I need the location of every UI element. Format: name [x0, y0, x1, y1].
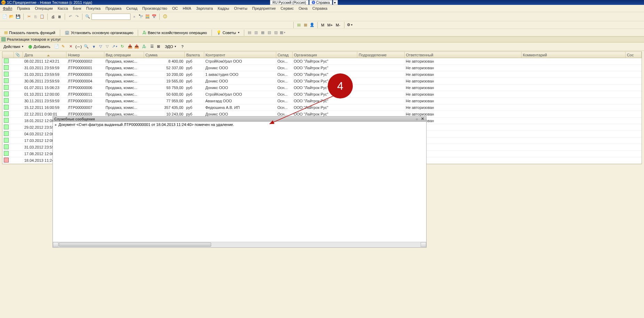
- set-org-button[interactable]: 🏢Установить основную организацию: [63, 30, 136, 35]
- related-icon[interactable]: ⊞: [156, 44, 161, 49]
- table-row[interactable]: 30.11.2011 23:59:59ЛТР00000010Продажа, к…: [2, 98, 642, 104]
- col-icon2[interactable]: 📎: [14, 52, 23, 58]
- goto-icon[interactable]: ↗▾: [112, 44, 118, 49]
- calendar-icon[interactable]: 📅: [151, 14, 157, 19]
- edo-button[interactable]: ЭДО▾: [164, 44, 178, 49]
- list-icon[interactable]: ▤: [296, 22, 302, 28]
- redo-icon[interactable]: ↷: [74, 14, 80, 19]
- show-panel-button[interactable]: ▤Показать панель функций: [2, 30, 57, 35]
- menu-purchase[interactable]: Покупка: [85, 6, 102, 11]
- actions-button[interactable]: Действия▾: [2, 44, 25, 49]
- cut-icon[interactable]: ✂: [26, 14, 32, 19]
- copy-icon[interactable]: ⎘: [33, 14, 38, 19]
- menu-bank[interactable]: Банк: [71, 6, 82, 11]
- table-row[interactable]: 01.07.2011 15:06:23ЛТР00000006Продажа, к…: [2, 85, 642, 91]
- delete-icon[interactable]: ✕: [68, 44, 74, 49]
- scroll-left-icon[interactable]: [53, 242, 58, 247]
- messages-titlebar[interactable]: Служебные сообщения ○ ✕: [53, 117, 426, 122]
- menu-os[interactable]: ОС: [171, 6, 180, 11]
- menu-file[interactable]: Файл: [1, 6, 14, 11]
- filter-off-icon[interactable]: ▽: [104, 44, 110, 49]
- edit-icon[interactable]: ✎: [61, 44, 66, 49]
- grid-icon[interactable]: ▦: [303, 22, 308, 28]
- menu-warehouse[interactable]: Склад: [125, 6, 139, 11]
- table-header[interactable]: 📎 Дата Номер Вид операции Сумма Валюта К…: [2, 52, 642, 58]
- preview-icon[interactable]: 🗎: [57, 14, 62, 19]
- col-comment[interactable]: Комментарий: [521, 52, 625, 58]
- table-row[interactable]: 15.12.2011 16:00:59ЛТР00000007Продажа, к…: [2, 104, 642, 111]
- info-icon[interactable]: ⓘ: [162, 14, 168, 19]
- titlebar-dropdown[interactable]: ▾: [333, 0, 338, 5]
- refresh-icon[interactable]: ↻: [120, 44, 125, 49]
- paste-icon[interactable]: 📋: [39, 14, 45, 19]
- post-icon[interactable]: 📥: [127, 44, 133, 49]
- m-button[interactable]: M: [320, 22, 326, 28]
- m-plus-button[interactable]: M+: [327, 22, 334, 28]
- scroll-right-icon[interactable]: [421, 242, 426, 247]
- settings-dropdown-icon[interactable]: ⚙▾: [347, 22, 352, 28]
- menu-nma[interactable]: НМА: [181, 6, 192, 11]
- report1-icon[interactable]: ▤: [247, 30, 252, 35]
- lang-button[interactable]: RU Русский (Россия): [270, 0, 309, 5]
- search-binoculars-icon[interactable]: 🔭: [138, 14, 144, 19]
- scroll-thumb[interactable]: [59, 243, 211, 247]
- filter1-icon[interactable]: ▼: [91, 44, 97, 49]
- col-organization[interactable]: Организация: [292, 52, 357, 58]
- menu-service[interactable]: Сервис: [279, 6, 295, 11]
- menu-sale[interactable]: Продажа: [104, 6, 123, 11]
- report5-icon[interactable]: ▨: [273, 30, 279, 35]
- col-operation[interactable]: Вид операции: [104, 52, 144, 58]
- search-input[interactable]: [92, 14, 130, 20]
- col-number[interactable]: Номер: [66, 52, 104, 58]
- filter2-icon[interactable]: ▽: [98, 44, 103, 49]
- advice-button[interactable]: 💡Советы▾: [214, 30, 241, 35]
- user-icon[interactable]: 👤: [309, 22, 315, 28]
- unpost-icon[interactable]: 📤: [134, 44, 140, 49]
- table-row[interactable]: 08.02.2011 12:43:21ЛТР00000002Продажа, к…: [2, 58, 642, 65]
- menu-windows[interactable]: Окна: [297, 6, 309, 11]
- col-date[interactable]: Дата: [23, 52, 66, 58]
- menu-cash[interactable]: Касса: [56, 6, 70, 11]
- table-row[interactable]: 01.10.2011 12:00:00ЛТР00000011Продажа, к…: [2, 91, 642, 98]
- open-icon[interactable]: 📂: [9, 14, 14, 19]
- report2-icon[interactable]: ▥: [253, 30, 259, 35]
- col-currency[interactable]: Валюта: [185, 52, 204, 58]
- m-minus-button[interactable]: M-: [335, 22, 342, 28]
- table-row[interactable]: 31.03.2011 23:59:59ЛТР00000003Продажа, к…: [2, 71, 642, 78]
- menu-salary[interactable]: Зарплата: [195, 6, 214, 11]
- col-sum[interactable]: Сумма: [144, 52, 185, 58]
- interval-icon[interactable]: (↔): [76, 44, 81, 49]
- menu-hr[interactable]: Кадры: [216, 6, 231, 11]
- save-icon[interactable]: 💾: [15, 14, 21, 19]
- close-icon[interactable]: ✕: [420, 117, 426, 121]
- messages-scrollbar[interactable]: [53, 242, 426, 247]
- menu-operations[interactable]: Операции: [33, 6, 54, 11]
- report4-icon[interactable]: ▧: [267, 30, 272, 35]
- report3-icon[interactable]: ▦: [260, 30, 265, 35]
- col-division[interactable]: Подразделение: [357, 52, 405, 58]
- undo-icon[interactable]: ↶: [67, 14, 73, 19]
- messages-body[interactable]: ▸Документ <Счет-фактура выданный ЛТР0000…: [53, 122, 426, 242]
- help2-icon[interactable]: ?: [180, 44, 185, 49]
- menu-reports[interactable]: Отчеты: [233, 6, 249, 11]
- copy-row-icon[interactable]: 📄: [54, 44, 59, 49]
- dtct-icon[interactable]: Дₜ: [142, 44, 147, 49]
- print-icon[interactable]: 🖨: [50, 14, 56, 19]
- report6-icon[interactable]: ▩▾: [280, 30, 285, 35]
- search-clear-icon[interactable]: ×: [132, 14, 137, 19]
- menu-help[interactable]: Справка: [311, 6, 329, 11]
- col-status[interactable]: Сос: [625, 52, 641, 58]
- col-responsible[interactable]: Ответственный: [404, 52, 521, 58]
- find-icon[interactable]: 🔍: [84, 44, 89, 49]
- add-operation-button[interactable]: ДₜВвести хозяйственную операцию: [141, 30, 209, 35]
- calc-icon[interactable]: 🧮: [145, 14, 150, 19]
- table-row[interactable]: 30.06.2011 23:59:59ЛТР00000004Продажа, к…: [2, 78, 642, 85]
- add-button[interactable]: ⊕Добавить: [27, 43, 52, 50]
- menu-edit[interactable]: Правка: [16, 6, 31, 11]
- table-row[interactable]: 31.03.2011 23:59:59ЛТР00000001Продажа, к…: [2, 65, 642, 71]
- new-icon[interactable]: 📄: [2, 14, 8, 19]
- movements-icon[interactable]: ☰: [149, 44, 155, 49]
- col-counterparty[interactable]: Контрагент: [204, 52, 276, 58]
- menu-production[interactable]: Производство: [141, 6, 169, 11]
- menu-enterprise[interactable]: Предприятие: [251, 6, 277, 11]
